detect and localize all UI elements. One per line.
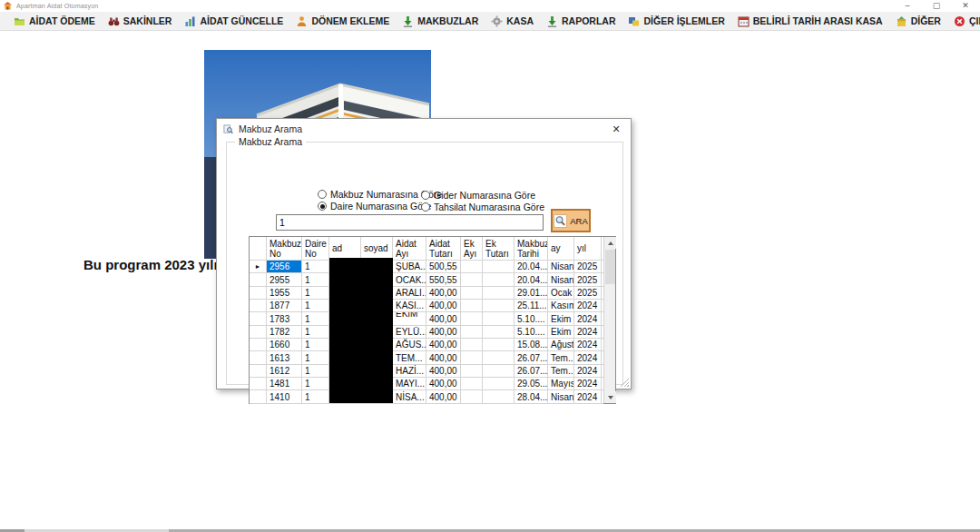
table-cell[interactable]	[461, 273, 483, 285]
table-cell[interactable]: EKİM ...	[393, 312, 426, 324]
table-cell[interactable]: 2024	[574, 378, 602, 389]
grid-column-header[interactable]: ad	[329, 237, 361, 260]
table-cell[interactable]: 400,00	[426, 378, 461, 389]
table-cell[interactable]: ŞUBA...	[393, 261, 426, 272]
table-cell[interactable]: 1	[302, 300, 329, 311]
table-row[interactable]: 16121HAZİ...400,0026.07...Tem...2024	[250, 365, 603, 378]
table-cell[interactable]: 1	[302, 351, 329, 363]
table-cell[interactable]: 1	[302, 378, 329, 389]
table-cell[interactable]: 15.08...	[514, 339, 548, 350]
table-cell[interactable]	[461, 300, 483, 311]
grid-vscrollbar[interactable]	[603, 237, 615, 403]
table-cell[interactable]	[461, 365, 483, 377]
scroll-thumb[interactable]	[605, 250, 615, 284]
table-cell[interactable]: 2025	[574, 273, 602, 285]
table-row[interactable]: 16601AĞUS...400,0015.08...Ağust...2024	[250, 339, 603, 351]
table-cell[interactable]	[483, 365, 514, 377]
table-cell[interactable]	[483, 261, 514, 272]
menu-item-aidat-guncelle[interactable]: AİDAT GÜNCELLE	[178, 12, 289, 31]
table-cell[interactable]	[461, 390, 483, 402]
row-selector-cell[interactable]	[250, 326, 267, 338]
current-row-marker[interactable]: ►	[250, 261, 267, 272]
row-selector-cell[interactable]	[250, 390, 267, 402]
table-cell[interactable]: Tem...	[548, 351, 574, 363]
table-cell[interactable]: 29.01...	[514, 287, 548, 299]
table-cell[interactable]	[483, 312, 514, 324]
table-cell[interactable]: Ağust...	[548, 339, 574, 350]
table-cell[interactable]: 550,55	[426, 273, 461, 285]
radio-unselected-icon[interactable]	[318, 190, 327, 199]
resize-grip[interactable]	[620, 378, 629, 387]
table-cell[interactable]	[483, 287, 514, 299]
table-cell[interactable]: Tem...	[548, 365, 574, 377]
table-cell[interactable]: 2025	[574, 287, 602, 299]
table-cell[interactable]: ARALI...	[393, 287, 426, 299]
dialog-close-icon[interactable]: ✕	[610, 123, 622, 135]
table-cell[interactable]: 400,00	[426, 390, 461, 402]
table-cell[interactable]: Nisan	[548, 390, 574, 402]
table-cell[interactable]: 26.07...	[514, 365, 548, 377]
grid-column-header[interactable]: Makbuz No	[267, 237, 302, 260]
menu-item-belirli-tarih-arasi-kasa[interactable]: BELİRLİ TARİH ARASI KASA	[731, 12, 889, 31]
grid-column-header[interactable]: Daire No	[302, 237, 329, 260]
table-cell[interactable]: Ocak	[548, 287, 574, 299]
scroll-down-icon[interactable]	[604, 391, 616, 403]
menu-item-diger[interactable]: DİĞER	[889, 12, 947, 31]
table-cell[interactable]: 400,00	[426, 287, 461, 299]
table-cell[interactable]: 29.05...	[514, 378, 548, 389]
radio-4[interactable]: Tahsilat Numarasına Göre	[421, 202, 544, 212]
table-cell[interactable]: 400,00	[426, 339, 461, 350]
table-cell[interactable]	[461, 261, 483, 272]
table-cell[interactable]	[483, 378, 514, 389]
radio-2[interactable]: Daire Numarasına Göre	[318, 201, 431, 212]
table-cell[interactable]: 1660	[267, 339, 302, 350]
close-button[interactable]: ✕	[951, 0, 980, 12]
menu-item-aidat-odeme[interactable]: AİDAT ÖDEME	[7, 12, 102, 31]
table-cell[interactable]: 1	[302, 339, 329, 350]
table-cell[interactable]: 1613	[267, 351, 302, 363]
grid-column-header[interactable]: ay	[548, 237, 574, 260]
table-cell[interactable]: 1955	[267, 287, 302, 299]
table-row[interactable]: 17821EYLÜ...400,005.10....Ekim2024	[250, 326, 603, 339]
grid-column-header[interactable]: soyad	[361, 237, 393, 260]
radio-unselected-icon[interactable]	[421, 191, 430, 200]
menu-item-raporlar[interactable]: RAPORLAR	[540, 12, 622, 31]
row-selector-cell[interactable]	[250, 378, 267, 389]
table-cell[interactable]	[461, 378, 483, 389]
row-selector-cell[interactable]	[250, 287, 267, 299]
table-cell[interactable]: 400,00	[426, 326, 461, 338]
table-cell[interactable]: TEM...	[393, 351, 426, 363]
table-cell[interactable]: 25.11...	[514, 300, 548, 311]
table-cell[interactable]: Nisan	[548, 273, 574, 285]
table-cell[interactable]	[483, 273, 514, 285]
table-cell[interactable]: 400,00	[426, 365, 461, 377]
table-cell[interactable]: NİSA...	[393, 390, 426, 402]
table-cell[interactable]: HAZİ...	[393, 365, 426, 377]
maximize-button[interactable]: ▢	[922, 0, 951, 12]
table-cell[interactable]: 1	[302, 312, 329, 324]
table-cell[interactable]: 400,00	[426, 312, 461, 324]
minimize-button[interactable]: –	[893, 0, 922, 12]
table-cell[interactable]: 2024	[574, 326, 602, 338]
radio-selected-icon[interactable]	[318, 202, 327, 211]
table-cell[interactable]: 1783	[267, 312, 302, 324]
table-cell[interactable]: 1	[302, 365, 329, 377]
table-cell[interactable]: 26.07...	[514, 351, 548, 363]
grid-column-header[interactable]: Ek Tutarı	[483, 237, 514, 260]
results-grid[interactable]: Makbuz NoDaire NoadsoyadAidat AyıAidat T…	[249, 236, 616, 404]
grid-column-header[interactable]: yıl	[574, 237, 602, 260]
table-cell[interactable]: 2024	[574, 390, 602, 402]
grid-column-header[interactable]: Aidat Tutarı	[426, 237, 461, 260]
table-cell[interactable]: 5.10....	[514, 326, 548, 338]
table-row[interactable]: 17831EKİM ...400,005.10....Ekim2024	[250, 312, 603, 325]
table-cell[interactable]: 1	[302, 287, 329, 299]
menu-item-diger-islemler[interactable]: DİĞER İŞLEMLER	[622, 12, 730, 31]
table-cell[interactable]: 2024	[574, 351, 602, 363]
table-row[interactable]: 29551OCAK...550,5520.04...Nisan2025	[250, 273, 603, 286]
row-selector-cell[interactable]	[250, 273, 267, 285]
table-cell[interactable]	[461, 287, 483, 299]
table-cell[interactable]: 1877	[267, 300, 302, 311]
table-cell[interactable]: 2024	[574, 365, 602, 377]
menu-item-kasa[interactable]: KASA	[485, 12, 540, 31]
menu-item-donem-ekleme[interactable]: DÖNEM EKLEME	[289, 12, 396, 31]
